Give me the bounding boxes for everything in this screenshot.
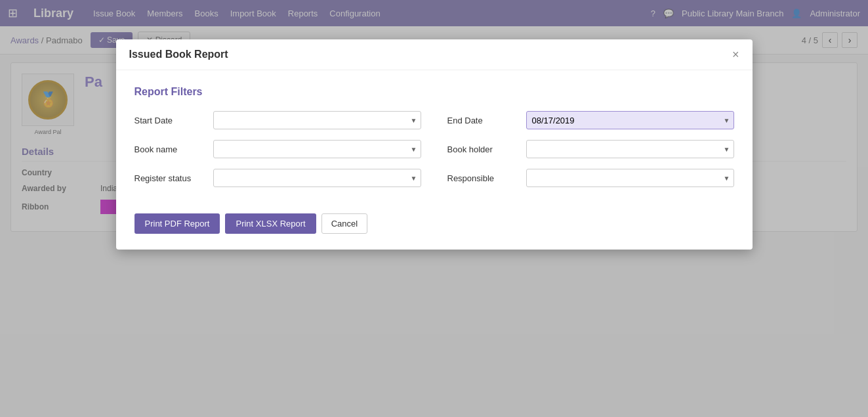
start-date-row: Start Date ▼: [134, 111, 421, 129]
print-pdf-button[interactable]: Print PDF Report: [134, 213, 220, 234]
responsible-row: Responsible ▼: [447, 169, 734, 187]
modal: Issued Book Report × Report Filters Star…: [116, 39, 753, 250]
start-date-select[interactable]: [213, 111, 421, 129]
end-date-row: End Date 08/17/2019 ▼: [447, 111, 734, 129]
book-holder-label: Book holder: [447, 144, 520, 154]
modal-overlay: Issued Book Report × Report Filters Star…: [0, 0, 868, 417]
report-filters-heading: Report Filters: [134, 86, 734, 98]
book-name-label: Book name: [134, 144, 207, 154]
register-status-row: Register status ▼: [134, 169, 421, 187]
modal-body: Report Filters Start Date ▼ End Date: [116, 70, 753, 203]
responsible-label: Responsible: [447, 173, 520, 183]
filter-grid: Start Date ▼ End Date 08/17/2019: [134, 111, 734, 187]
book-holder-select[interactable]: [526, 140, 734, 158]
book-name-row: Book name ▼: [134, 140, 421, 158]
end-date-wrapper: 08/17/2019 ▼: [526, 111, 734, 129]
end-date-label: End Date: [447, 116, 520, 125]
book-name-input[interactable]: [213, 140, 421, 158]
book-holder-row: Book holder ▼: [447, 140, 734, 158]
register-status-wrapper: ▼: [213, 169, 421, 187]
responsible-wrapper: ▼: [526, 169, 734, 187]
responsible-select[interactable]: [526, 169, 734, 187]
start-date-label: Start Date: [134, 116, 207, 125]
modal-title: Issued Book Report: [129, 49, 228, 60]
modal-footer: Print PDF Report Print XLSX Report Cance…: [116, 203, 753, 250]
modal-close-button[interactable]: ×: [732, 49, 739, 60]
register-status-select[interactable]: [213, 169, 421, 187]
end-date-select[interactable]: 08/17/2019: [526, 111, 734, 129]
cancel-button[interactable]: Cancel: [321, 213, 367, 234]
book-name-wrapper: ▼: [213, 140, 421, 158]
book-holder-wrapper: ▼: [526, 140, 734, 158]
modal-header: Issued Book Report ×: [116, 39, 753, 70]
start-date-wrapper: ▼: [213, 111, 421, 129]
print-xlsx-button[interactable]: Print XLSX Report: [225, 213, 316, 234]
register-status-label: Register status: [134, 173, 207, 183]
